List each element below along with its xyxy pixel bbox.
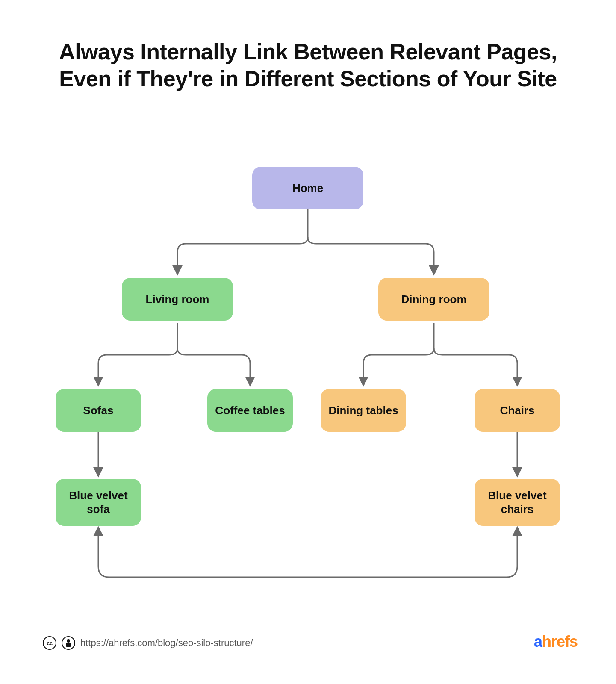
node-coffee-tables: Coffee tables xyxy=(207,389,293,432)
source-url: https://ahrefs.com/blog/seo-silo-structu… xyxy=(80,637,253,649)
brand-rest: hrefs xyxy=(542,633,578,650)
footer: cc https://ahrefs.com/blog/seo-silo-stru… xyxy=(43,633,590,650)
node-sofas: Sofas xyxy=(56,389,141,432)
creative-commons-icon: cc xyxy=(43,636,56,650)
node-living-room: Living room xyxy=(122,278,233,321)
connector-layer xyxy=(0,0,616,684)
attribution-icon xyxy=(62,636,75,650)
node-blue-velvet-sofa: Blue velvet sofa xyxy=(56,479,141,526)
node-home: Home xyxy=(252,167,363,209)
node-dining-room: Dining room xyxy=(378,278,489,321)
node-blue-velvet-chairs: Blue velvet chairs xyxy=(475,479,560,526)
node-chairs: Chairs xyxy=(475,389,560,432)
footer-left: cc https://ahrefs.com/blog/seo-silo-stru… xyxy=(43,636,253,650)
diagram-stage: Always Internally Link Between Relevant … xyxy=(0,0,616,684)
ahrefs-logo: ahrefs xyxy=(534,633,578,651)
brand-letter-a: a xyxy=(534,633,542,650)
node-dining-tables: Dining tables xyxy=(321,389,406,432)
